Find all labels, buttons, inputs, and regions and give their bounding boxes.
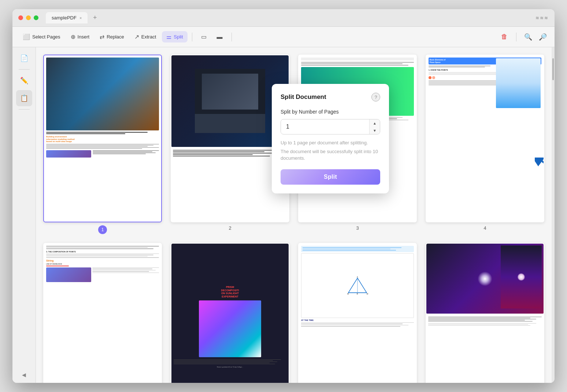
pages-area[interactable]: Building environmentinformation modeling… bbox=[36, 47, 552, 383]
popup-header: Split Document ? bbox=[281, 93, 380, 101]
scrollbar[interactable] bbox=[552, 47, 555, 383]
view-single-button[interactable]: ▭ bbox=[197, 31, 211, 42]
split-button[interactable]: ⚌ Split bbox=[162, 31, 187, 42]
main-window: samplePDF × + ≋≋≋ ⬜ Select Pages ⊕ Inser… bbox=[12, 9, 555, 383]
toolbar-separator-2 bbox=[231, 33, 232, 41]
close-window-button[interactable] bbox=[18, 15, 23, 20]
page-item-8[interactable]: 8 bbox=[426, 243, 544, 383]
toolbar-separator-1 bbox=[192, 33, 192, 41]
help-icon: ? bbox=[374, 95, 377, 100]
view-double-button[interactable]: ▬ bbox=[212, 32, 227, 42]
sidebar-btn-edit[interactable]: ✏️ bbox=[16, 73, 32, 89]
toolbar-separator-3 bbox=[516, 33, 516, 41]
sidebar-btn-document[interactable]: 📄 bbox=[16, 50, 32, 66]
svg-text:M: M bbox=[347, 293, 349, 295]
tab-label: samplePDF bbox=[52, 15, 77, 21]
select-pages-label: Select Pages bbox=[32, 34, 60, 40]
split-label: Split bbox=[174, 34, 183, 40]
svg-text:A: A bbox=[357, 276, 358, 278]
scrollbar-thumb[interactable] bbox=[552, 58, 554, 80]
toolbar: ⬜ Select Pages ⊕ Insert ⇄ Replace ↗ Extr… bbox=[12, 27, 555, 47]
page-thumb-1: Building environmentinformation modeling… bbox=[43, 55, 162, 222]
tab-close-icon[interactable]: × bbox=[79, 16, 82, 20]
double-page-icon: ▬ bbox=[217, 34, 223, 40]
extract-icon: ↗ bbox=[134, 33, 139, 40]
zoom-in-button[interactable]: 🔎 bbox=[537, 31, 549, 43]
page1-image bbox=[46, 58, 159, 130]
triangle-diagram: B M M A bbox=[346, 276, 368, 295]
page-content-1: Building environmentinformation modeling… bbox=[44, 55, 161, 222]
popup-help-button[interactable]: ? bbox=[371, 93, 380, 101]
popup-input-row: ▲ ▼ bbox=[281, 119, 380, 134]
insert-icon: ⊕ bbox=[71, 33, 75, 40]
main-area: 📄 ✏️ 📋 ◀ bbox=[12, 47, 555, 383]
page-item-4[interactable]: Basic Elements ofPlane Space bbox=[426, 55, 544, 234]
zoom-out-button[interactable]: 🔍 bbox=[522, 31, 534, 43]
replace-button[interactable]: ⇄ Replace bbox=[95, 31, 129, 42]
single-page-icon: ▭ bbox=[201, 33, 207, 40]
popup-split-button[interactable]: Split bbox=[281, 169, 380, 185]
minimize-window-button[interactable] bbox=[26, 15, 31, 20]
insert-label: Insert bbox=[78, 34, 90, 40]
page-thumb-6: PRISMDECOMPOSITION SUNLIGHTEXPERIMENT Ne… bbox=[171, 243, 289, 383]
sidebar-pages-icon: 📋 bbox=[20, 94, 28, 102]
page-number-2: 2 bbox=[229, 225, 231, 231]
add-tab-button[interactable]: + bbox=[90, 14, 99, 22]
window-controls bbox=[18, 15, 38, 20]
sidebar-edit-icon: ✏️ bbox=[20, 77, 28, 85]
page-item-5[interactable]: 3. THE COMPOSITION OF POINTS String LINE… bbox=[43, 243, 162, 383]
popup-title: Split Document bbox=[281, 93, 326, 101]
page-item-7[interactable]: B M M A AT THE TIME bbox=[298, 243, 417, 383]
maximize-window-button[interactable] bbox=[34, 15, 38, 20]
split-document-popup: Split Document ? Split by Number of Page… bbox=[272, 84, 389, 193]
replace-label: Replace bbox=[107, 34, 124, 40]
page-thumb-4: Basic Elements ofPlane Space bbox=[426, 55, 544, 222]
delete-button[interactable]: 🗑 bbox=[499, 31, 510, 43]
page-thumb-7: B M M A AT THE TIME bbox=[298, 243, 417, 383]
sidebar-document-icon: 📄 bbox=[20, 54, 28, 62]
extract-button[interactable]: ↗ Extract bbox=[130, 31, 160, 42]
page-item-6[interactable]: PRISMDECOMPOSITION SUNLIGHTEXPERIMENT Ne… bbox=[171, 243, 289, 383]
sidebar: 📄 ✏️ 📋 ◀ bbox=[12, 47, 36, 383]
sidebar-btn-pages[interactable]: 📋 bbox=[16, 90, 32, 106]
popup-hint-2: The document will be successfully split … bbox=[281, 148, 380, 162]
toolbar-right-group: 🗑 🔍 🔎 bbox=[499, 31, 549, 43]
page-number-4: 4 bbox=[483, 225, 486, 231]
tab-samplepdf[interactable]: samplePDF × bbox=[46, 12, 88, 23]
page-thumb-5: 3. THE COMPOSITION OF POINTS String LINE… bbox=[43, 243, 162, 383]
select-pages-icon: ⬜ bbox=[23, 33, 30, 40]
popup-label: Split by Number of Pages bbox=[281, 109, 380, 115]
page-item-1[interactable]: Building environmentinformation modeling… bbox=[43, 55, 162, 234]
split-number-input[interactable] bbox=[281, 120, 369, 134]
extract-label: Extract bbox=[141, 34, 156, 40]
svg-text:M: M bbox=[367, 293, 368, 295]
sidebar-collapse-button[interactable]: ◀ bbox=[21, 371, 28, 378]
app-logo: ≋≋≋ bbox=[536, 15, 549, 21]
sidebar-separator-1 bbox=[19, 69, 30, 70]
page-thumb-8 bbox=[426, 243, 544, 383]
split-icon: ⚌ bbox=[166, 33, 171, 40]
spinner-down-button[interactable]: ▼ bbox=[370, 127, 380, 134]
spinner: ▲ ▼ bbox=[369, 119, 380, 134]
page-number-3: 3 bbox=[356, 225, 359, 231]
replace-icon: ⇄ bbox=[100, 33, 104, 40]
sidebar-separator-2 bbox=[19, 109, 30, 110]
select-pages-button[interactable]: ⬜ Select Pages bbox=[18, 31, 65, 42]
titlebar: samplePDF × + ≋≋≋ bbox=[12, 9, 555, 27]
popup-hint-1: Up to 1 page per document after splittin… bbox=[281, 140, 380, 146]
insert-button[interactable]: ⊕ Insert bbox=[66, 31, 94, 42]
page-number-1: 1 bbox=[98, 225, 107, 234]
spinner-up-button[interactable]: ▲ bbox=[370, 119, 380, 127]
